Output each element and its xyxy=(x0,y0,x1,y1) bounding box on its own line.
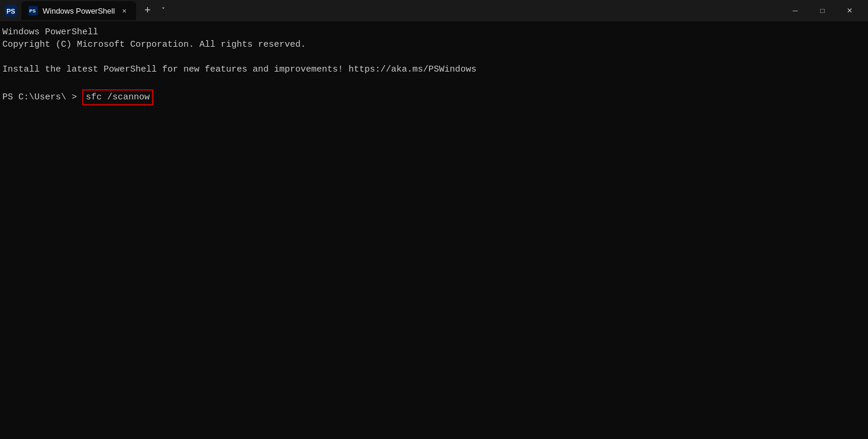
terminal-line-4: Install the latest PowerShell for new fe… xyxy=(2,63,866,76)
command-text: sfc /scannow xyxy=(82,89,153,105)
tab-close-button[interactable]: ✕ xyxy=(120,6,129,15)
tab-dropdown-button[interactable]: ˅ xyxy=(159,7,167,15)
minimize-button[interactable]: ─ xyxy=(782,0,809,21)
tab-title: Windows PowerShell xyxy=(43,7,115,15)
terminal-body[interactable]: Windows PowerShell Copyright (C) Microso… xyxy=(0,21,868,439)
terminal-line-1: Windows PowerShell xyxy=(2,26,866,38)
powershell-icon: PS xyxy=(5,5,17,17)
svg-text:PS: PS xyxy=(7,8,15,15)
titlebar: PS PS Windows PowerShell ✕ + ˅ ─ □ ✕ xyxy=(0,0,868,21)
maximize-button[interactable]: □ xyxy=(809,0,836,21)
prompt-line: PS C:\Users\ > sfc /scannow xyxy=(2,89,866,105)
window-controls: ─ □ ✕ xyxy=(782,0,863,21)
active-tab[interactable]: PS Windows PowerShell ✕ xyxy=(21,1,136,20)
titlebar-left: PS PS Windows PowerShell ✕ + ˅ xyxy=(5,1,782,20)
prompt-arrow: > xyxy=(66,91,82,104)
svg-text:PS: PS xyxy=(30,8,36,14)
new-tab-button[interactable]: + xyxy=(141,5,154,17)
tab-ps-icon: PS xyxy=(28,6,38,15)
prompt-text: PS C:\Users\ xyxy=(2,91,66,104)
terminal-line-2: Copyright (C) Microsoft Corporation. All… xyxy=(2,38,866,51)
close-button[interactable]: ✕ xyxy=(836,0,863,21)
terminal-line-5 xyxy=(2,76,866,88)
terminal-line-3 xyxy=(2,51,866,63)
